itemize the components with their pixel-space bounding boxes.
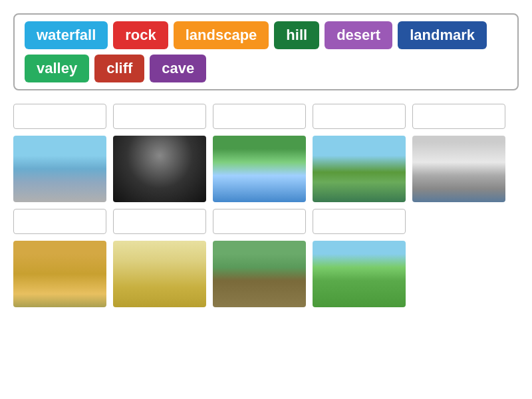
image-row-1 [13, 136, 519, 202]
word-tag-desert[interactable]: desert [325, 21, 392, 49]
valley-image [13, 241, 106, 307]
waterfall-image [213, 136, 306, 202]
word-tag-landscape[interactable]: landscape [174, 21, 269, 49]
drop-box-7[interactable] [113, 209, 206, 234]
word-bank: waterfallrocklandscapehilldesertlandmark… [13, 13, 519, 90]
drop-row-1 [13, 104, 519, 129]
drop-box-4[interactable] [313, 104, 406, 129]
landmark-image [412, 136, 505, 202]
drop-box-1[interactable] [13, 104, 106, 129]
word-tag-rock[interactable]: rock [113, 21, 168, 49]
rock-image [13, 136, 106, 202]
drop-box-9[interactable] [313, 209, 406, 234]
cliff-image [213, 241, 306, 307]
word-tag-cave[interactable]: cave [150, 55, 206, 82]
image-row-2 [13, 241, 519, 307]
landscape-image [313, 136, 406, 202]
word-tag-landmark[interactable]: landmark [398, 21, 487, 49]
word-tag-hill[interactable]: hill [274, 21, 319, 49]
cave-image [113, 136, 206, 202]
drop-box-8[interactable] [213, 209, 306, 234]
word-tag-valley[interactable]: valley [25, 55, 89, 82]
drop-box-5[interactable] [412, 104, 505, 129]
drop-box-3[interactable] [213, 104, 306, 129]
drop-box-2[interactable] [113, 104, 206, 129]
word-tag-cliff[interactable]: cliff [94, 55, 144, 82]
hill-image [313, 241, 406, 307]
drop-box-6[interactable] [13, 209, 106, 234]
word-tag-waterfall[interactable]: waterfall [25, 21, 108, 49]
desert-image [113, 241, 206, 307]
drop-row-2 [13, 209, 519, 234]
